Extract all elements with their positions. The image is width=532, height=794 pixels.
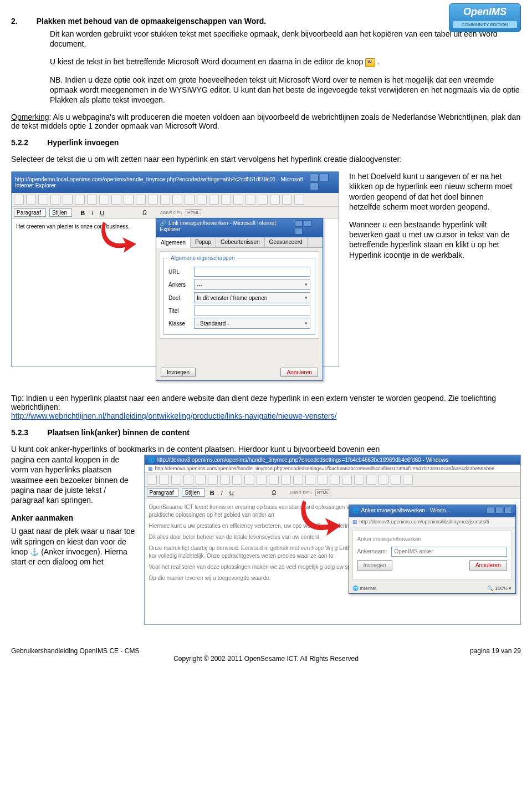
label-url: URL xyxy=(168,269,194,275)
select-ankers[interactable]: --- xyxy=(194,279,310,290)
para: Wanneer u een bestaande hyperlink wilt b… xyxy=(349,220,515,260)
tip-para: Tip: Indien u een hyperlink plaatst naar… xyxy=(11,394,521,420)
dialog-titlebar: 🌐Anker invoegen/bewerken - Windo… xyxy=(349,505,515,517)
invoegen-button[interactable]: Invoegen xyxy=(161,368,196,377)
format-paragraaf[interactable]: Paragraaf xyxy=(14,208,46,217)
screenshot-editor: http://opendemo.local.openims.com/openim… xyxy=(11,171,339,367)
para: Selecteer de tekst die u om wilt zetten … xyxy=(11,155,521,164)
arrow-icon xyxy=(100,221,139,259)
format-stijlen[interactable]: Stijlen xyxy=(182,488,204,497)
para: U gaat naar de plek waar u naar toe wilt… xyxy=(11,526,139,567)
address-bar: ▦http://demov3.openims.com/openims/handl… xyxy=(145,465,521,473)
logo-brand: OpenIMS xyxy=(449,6,520,18)
list-title: Plakken met behoud van de opmaakeigensch… xyxy=(37,17,266,26)
window-buttons xyxy=(485,507,512,516)
tab-geavanceerd[interactable]: Geavanceerd xyxy=(265,237,308,247)
dialog-statusbar: 🌐 Internet 🔍 100% ▾ xyxy=(349,583,515,594)
logo-sub: COMMUNITY EDITION xyxy=(453,21,517,28)
subheading: Anker aanmaken xyxy=(11,513,139,523)
footer-left: Gebruikershandleiding OpenIMS CE - CMS xyxy=(11,647,139,655)
link-dialog: 🔗Link invoegen/bewerken - Microsoft Inte… xyxy=(156,218,323,381)
anchor-icon: ⚓ xyxy=(30,548,39,557)
window-title: http://opendemo.local.openims.com/openim… xyxy=(15,176,309,189)
format-stijlen[interactable]: Stijlen xyxy=(49,208,72,217)
annuleren-button[interactable]: Annuleren xyxy=(469,560,507,571)
label-ankernaam: Ankernaam: xyxy=(357,548,387,556)
screenshot-anker: 🌐http://demov3.openims.com/openims/handl… xyxy=(144,455,521,625)
select-klasse[interactable]: - Standaard - xyxy=(194,318,310,329)
invoegen-button[interactable]: Invoegen xyxy=(357,560,392,571)
list-item-2: 2. Plakken met behoud van de opmaakeigen… xyxy=(11,17,521,26)
aside-left: pagina een aantal koppen in de vorm van … xyxy=(11,455,139,574)
dialog-titlebar: 🔗Link invoegen/bewerken - Microsoft Inte… xyxy=(156,218,323,237)
logo-badge: OpenIMS COMMUNITY EDITION xyxy=(449,3,521,32)
label-doel: Doel xyxy=(168,295,194,301)
dialog-body: Algemene eigenschappen URL Ankers--- Doe… xyxy=(160,251,319,339)
para: pagina een aantal koppen in de vorm van … xyxy=(11,455,139,505)
input-titel[interactable] xyxy=(194,306,310,315)
dialog-tabs: Algemeen Popup Gebeurtenissen Geavanceer… xyxy=(156,237,323,248)
opmerking-label: Opmerking xyxy=(11,113,49,121)
label-titel: Titel xyxy=(168,308,194,314)
editor-toolbar-1 xyxy=(145,473,521,487)
heading-num: 5.2.2 xyxy=(11,138,28,147)
window-title: http://demov3.openims.com/openims/handle… xyxy=(157,457,449,463)
text: U kiest de tekst in het betreffende Micr… xyxy=(50,57,365,66)
paste-word-icon xyxy=(365,58,375,67)
dialog-address: ▦http://demov3.openims.com/openims/libs/… xyxy=(349,517,515,527)
dialog-title: Anker invoegen/bewerken - Windo… xyxy=(361,507,452,513)
heading-title: Plaatsen link(anker) binnen de content xyxy=(47,428,190,437)
figure-522: http://opendemo.local.openims.com/openim… xyxy=(11,171,521,367)
note-nb: NB. Indien u deze optie ook inzet om gro… xyxy=(50,75,521,105)
dialog-footer: Invoegen Annuleren xyxy=(156,364,323,380)
group-title: Anker invoegen/bewerken xyxy=(357,536,507,543)
text: : Als u webpagina's wilt produceren die … xyxy=(11,113,520,130)
anker-dialog: 🌐Anker invoegen/bewerken - Windo… ▦http:… xyxy=(349,505,516,594)
editor-toolbar-1 xyxy=(12,193,339,207)
heading-522: 5.2.2 Hyperlink invoegen xyxy=(11,138,521,147)
editor-body: Het creeren van plezier is onze core bus… xyxy=(12,219,339,367)
arrow-icon xyxy=(300,499,344,543)
page-footer: Gebruikershandleiding OpenIMS CE - CMS p… xyxy=(11,647,521,655)
para: U kunt ook anker-hyperlinks of bookmarks… xyxy=(11,445,521,454)
para: In het Doelveld kunt u aangeven of er na… xyxy=(349,171,515,212)
footer-right: pagina 19 van 29 xyxy=(470,647,521,655)
dialog-title: Link invoegen/bewerken - Microsoft Inter… xyxy=(160,220,276,232)
annuleren-button[interactable]: Annuleren xyxy=(280,368,318,377)
input-ankernaam[interactable]: OpenIMS anker xyxy=(391,547,507,557)
tip-link[interactable]: http://www.webrichtlijnen.nl/handleiding… xyxy=(11,411,337,420)
format-paragraaf[interactable]: Paragraaf xyxy=(147,488,179,497)
list-num: 2. xyxy=(11,17,18,26)
editor-body: OpenSesame ICT levert kennis en ervaring… xyxy=(145,499,521,624)
aside-text: In het Doelveld kunt u aangeven of er na… xyxy=(349,171,515,268)
heading-num: 5.2.3 xyxy=(11,428,28,437)
select-doel[interactable]: In dit venster / frame openen xyxy=(194,292,310,303)
input-url[interactable] xyxy=(194,267,310,277)
tab-algemeen[interactable]: Algemeen xyxy=(156,238,191,248)
dialog-body: Anker invoegen/bewerken Ankernaam: OpenI… xyxy=(352,531,512,579)
tab-popup[interactable]: Popup xyxy=(191,237,216,247)
window-buttons xyxy=(294,220,319,236)
tab-gebeurtenissen[interactable]: Gebeurtenissen xyxy=(216,237,265,247)
fieldset-legend: Algemene eigenschappen xyxy=(168,255,237,261)
window-titlebar: http://opendemo.local.openims.com/openim… xyxy=(12,172,339,193)
window-titlebar: 🌐http://demov3.openims.com/openims/handl… xyxy=(145,455,521,465)
label-ankers: Ankers xyxy=(168,282,194,288)
window-buttons xyxy=(309,174,335,191)
url: http://demov3.openims.com/openims/handle… xyxy=(155,466,495,471)
editor-toolbar-2: Paragraaf Stijlen BIU Ω ABBR DFNHTML xyxy=(12,207,339,219)
para: U kiest de tekst in het betreffende Micr… xyxy=(50,57,521,67)
heading-523: 5.2.3 Plaatsen link(anker) binnen de con… xyxy=(11,428,521,437)
editor-toolbar-2: Paragraaf Stijlen BIU Ω ABBR DFNHTML xyxy=(145,487,521,499)
text: Tip: Indien u een hyperlink plaatst naar… xyxy=(11,394,496,411)
text: . xyxy=(377,57,380,66)
label-klasse: Klasse xyxy=(168,320,194,327)
figure-523: pagina een aantal koppen in de vorm van … xyxy=(11,455,521,625)
heading-title: Hyperlink invoegen xyxy=(47,138,119,147)
footer-copyright: Copyright © 2002-2011 OpenSesame ICT. Al… xyxy=(11,655,521,663)
para-opmerking: Opmerking: Als u webpagina's wilt produc… xyxy=(11,113,521,130)
